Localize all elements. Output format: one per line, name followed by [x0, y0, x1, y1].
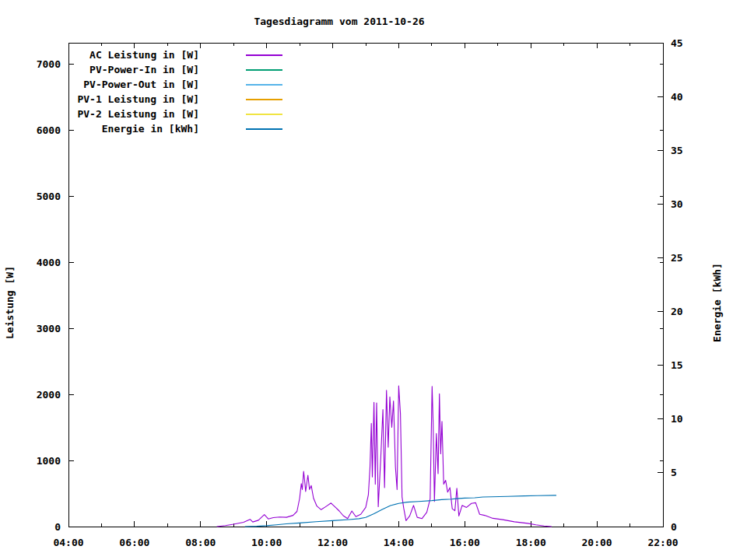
y-right-tick-label: 40	[671, 91, 683, 103]
y-right-tick-label: 0	[671, 521, 677, 533]
y-left-tick-label: 7000	[37, 58, 61, 70]
legend-label: PV-1 Leistung in [W]	[77, 93, 199, 105]
y-right-tick-label: 35	[671, 145, 683, 156]
x-tick-label: 22:00	[647, 537, 678, 548]
y-left-tick-label: 4000	[37, 257, 61, 268]
chart-page: Tagesdiagramm vom 2011-10-26 Leistung [W…	[0, 0, 747, 560]
y-right-axis-label: Energie [kWh]	[711, 263, 723, 342]
legend: AC Leistung in [W]PV-Power-In in [W]PV-P…	[77, 49, 282, 135]
y-left-tick-label: 0	[54, 521, 61, 533]
x-tick-label: 10:00	[251, 537, 282, 548]
legend-label: Energie in [kWh]	[102, 123, 199, 135]
y-right-tick-label: 10	[671, 413, 683, 425]
y-right-tick-label: 25	[671, 252, 683, 264]
legend-label: AC Leistung in [W]	[89, 49, 199, 61]
y-right-tick-label: 15	[671, 359, 683, 371]
chart-title: Tagesdiagramm vom 2011-10-26	[254, 16, 424, 27]
y-left-tick-label: 3000	[37, 323, 61, 334]
legend-label: PV-Power-In in [W]	[89, 64, 199, 75]
y-right-tick-label: 30	[671, 198, 683, 210]
tagesdiagramm-chart: Tagesdiagramm vom 2011-10-26 Leistung [W…	[0, 0, 747, 560]
x-tick-label: 16:00	[450, 537, 480, 548]
y-left-tick-label: 6000	[37, 124, 61, 136]
x-tick-label: 14:00	[384, 537, 414, 548]
legend-label: PV-Power-Out in [W]	[83, 79, 199, 90]
legend-label: PV-2 Leistung in [W]	[77, 108, 199, 120]
x-tick-label: 12:00	[317, 537, 348, 548]
y-left-tick-label: 5000	[37, 191, 61, 202]
series-line-ac-leistung-in-w	[217, 386, 552, 527]
x-tick-label: 08:00	[185, 537, 216, 548]
y-right-tick-label: 5	[671, 467, 677, 478]
y-left-axis-label: Leistung [W]	[4, 266, 16, 339]
series-line-energie-in-kwh	[245, 495, 556, 527]
x-tick-label: 20:00	[582, 537, 612, 548]
y-right-tick-label: 20	[671, 306, 683, 317]
x-tick-label: 06:00	[119, 537, 149, 548]
y-left-tick-label: 2000	[37, 389, 61, 401]
x-tick-label: 18:00	[516, 537, 546, 548]
y-right-tick-label: 45	[671, 37, 683, 49]
x-tick-label: 04:00	[53, 537, 83, 548]
y-left-tick-label: 1000	[37, 455, 61, 467]
